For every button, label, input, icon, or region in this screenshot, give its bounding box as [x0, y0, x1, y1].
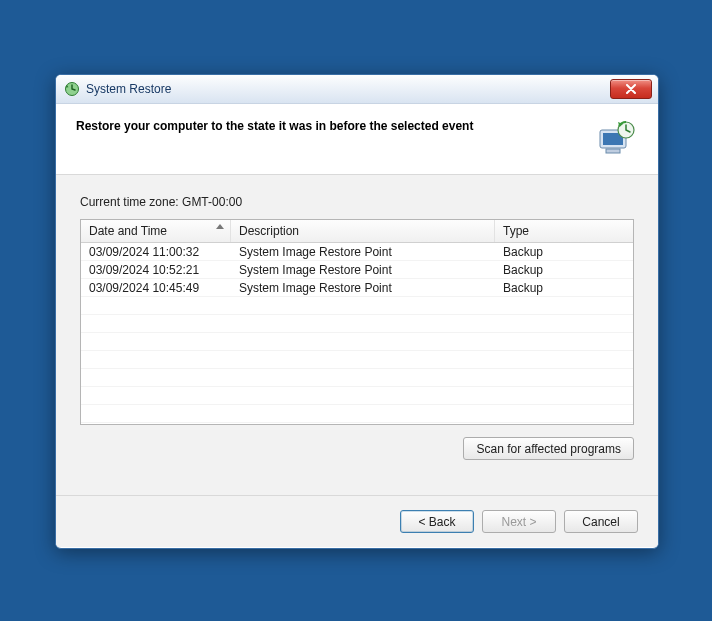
titlebar[interactable]: System Restore	[56, 75, 658, 104]
column-header-description[interactable]: Description	[231, 220, 495, 242]
system-restore-dialog: System Restore Restore your computer to …	[55, 74, 659, 549]
cell-description: System Image Restore Point	[231, 281, 495, 295]
svg-rect-3	[606, 149, 620, 153]
column-header-datetime[interactable]: Date and Time	[81, 220, 231, 242]
table-row[interactable]: 03/09/2024 10:52:21 System Image Restore…	[81, 261, 633, 279]
table-body: 03/09/2024 11:00:32 System Image Restore…	[81, 243, 633, 425]
column-header-type-label: Type	[503, 224, 529, 238]
column-header-datetime-label: Date and Time	[89, 224, 167, 238]
cell-datetime: 03/09/2024 10:52:21	[81, 263, 231, 277]
table-header: Date and Time Description Type	[81, 220, 633, 243]
scan-affected-button[interactable]: Scan for affected programs	[463, 437, 634, 460]
sort-indicator-icon	[216, 224, 224, 229]
cell-type: Backup	[495, 281, 633, 295]
system-restore-icon	[64, 81, 80, 97]
restore-points-table[interactable]: Date and Time Description Type 03/09/202…	[80, 219, 634, 425]
cell-datetime: 03/09/2024 10:45:49	[81, 281, 231, 295]
table-row[interactable]: 03/09/2024 11:00:32 System Image Restore…	[81, 243, 633, 261]
table-row[interactable]: 03/09/2024 10:45:49 System Image Restore…	[81, 279, 633, 297]
scan-row: Scan for affected programs	[80, 437, 634, 460]
cancel-button[interactable]: Cancel	[564, 510, 638, 533]
close-icon	[625, 84, 637, 94]
back-button[interactable]: < Back	[400, 510, 474, 533]
column-header-description-label: Description	[239, 224, 299, 238]
next-button[interactable]: Next >	[482, 510, 556, 533]
column-header-type[interactable]: Type	[495, 220, 633, 242]
restore-hero-icon	[594, 118, 638, 158]
cell-description: System Image Restore Point	[231, 245, 495, 259]
wizard-header: Restore your computer to the state it wa…	[56, 104, 658, 175]
timezone-label: Current time zone: GMT-00:00	[80, 195, 634, 209]
wizard-footer: < Back Next > Cancel	[56, 495, 658, 547]
cell-description: System Image Restore Point	[231, 263, 495, 277]
window-title: System Restore	[86, 82, 171, 96]
cell-type: Backup	[495, 245, 633, 259]
cell-datetime: 03/09/2024 11:00:32	[81, 245, 231, 259]
page-heading: Restore your computer to the state it wa…	[76, 118, 473, 135]
wizard-body: Current time zone: GMT-00:00 Date and Ti…	[56, 175, 658, 495]
cell-type: Backup	[495, 263, 633, 277]
close-button[interactable]	[610, 79, 652, 99]
